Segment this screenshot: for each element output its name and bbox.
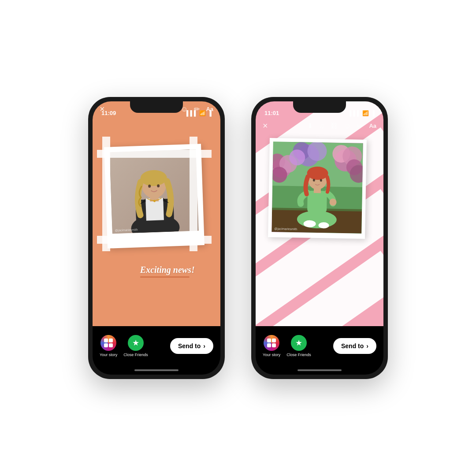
- signal-icon-2: ▌▌▌: [350, 110, 361, 116]
- svg-rect-11: [104, 338, 108, 342]
- phone-2-inner: 11:01 ▌▌▌ 📶 ▐ × ⬇ ♫ ⛓ ☺ ✏: [256, 101, 383, 375]
- instagram-grid-icon-1: [104, 338, 113, 348]
- person-illustration-1: [109, 149, 198, 234]
- home-indicator-bar-2: [298, 369, 342, 371]
- status-icons-2: ▌▌▌ 📶 ▐: [350, 110, 375, 116]
- tape-right-1: [190, 137, 197, 251]
- text-icon-2[interactable]: Aa: [369, 123, 376, 129]
- photo-label-2: @jacimariesmith: [274, 227, 297, 231]
- svg-rect-41: [267, 338, 271, 342]
- story-area-2: 11:01 ▌▌▌ 📶 ▐ × ⬇ ♫ ⛓ ☺ ✏: [256, 101, 383, 326]
- emoji-icon-2[interactable]: ☺: [344, 122, 351, 130]
- story-options-2: Your story ★ Close Friends: [263, 335, 333, 357]
- your-story-option-2[interactable]: Your story: [263, 335, 280, 357]
- close-friends-label-2: Close Friends: [286, 353, 311, 357]
- bottom-bar-2: Your story ★ Close Friends Send to ›: [256, 326, 383, 366]
- music-icon-2[interactable]: ♫: [319, 122, 324, 130]
- svg-rect-43: [267, 343, 271, 347]
- send-to-button-2[interactable]: Send to ›: [333, 338, 376, 354]
- your-story-label-2: Your story: [263, 353, 280, 357]
- toolbar-2: × ⬇ ♫ ⛓ ☺ ✏ Aa: [256, 121, 383, 131]
- your-story-icon-1: [100, 335, 116, 351]
- close-friends-icon-2: ★: [291, 335, 307, 351]
- your-story-label-1: Your story: [100, 353, 117, 357]
- send-to-button-1[interactable]: Send to ›: [170, 338, 213, 354]
- close-icon-1[interactable]: ×: [100, 104, 105, 114]
- svg-rect-14: [109, 343, 113, 347]
- send-to-label-2: Send to: [341, 342, 364, 350]
- phone-1: 11:09 ▌▌▌ 📶 ▐ × ⬇ ♫ ⛓ ☺ ✏: [88, 97, 225, 379]
- notch-1: [130, 101, 183, 113]
- toolbar-actions-2: ⬇ ♫ ⛓ ☺ ✏ Aa: [307, 122, 376, 130]
- wifi-icon-2: 📶: [362, 110, 369, 116]
- time-2: 11:01: [264, 110, 279, 116]
- close-friends-option-1[interactable]: ★ Close Friends: [123, 335, 148, 357]
- svg-rect-44: [272, 343, 276, 347]
- exciting-news-text: Exciting news!: [140, 265, 195, 275]
- svg-rect-12: [109, 338, 113, 342]
- polaroid-frame-2: @jacimariesmith: [268, 138, 367, 239]
- phone2-background: 11:01 ▌▌▌ 📶 ▐ × ⬇ ♫ ⛓ ☺ ✏: [256, 101, 383, 326]
- exciting-news-container: Exciting news!: [140, 265, 195, 278]
- story-area-1: 11:09 ▌▌▌ 📶 ▐ × ⬇ ♫ ⛓ ☺ ✏: [93, 101, 220, 326]
- polaroid-photo-1: @jacimariesmith: [109, 149, 198, 234]
- download-icon-2[interactable]: ⬇: [307, 122, 313, 130]
- brush-icon-1[interactable]: ✏: [194, 105, 200, 113]
- send-to-arrow-2: ›: [366, 342, 368, 350]
- link-icon-2[interactable]: ⛓: [331, 122, 338, 130]
- your-story-icon-2: [264, 335, 279, 351]
- polaroid-photo-2: @jacimariesmith: [271, 141, 363, 234]
- send-to-arrow-1: ›: [203, 342, 205, 350]
- tape-left-1: [102, 137, 110, 251]
- home-indicator-2: [256, 366, 383, 375]
- svg-rect-42: [272, 338, 276, 342]
- status-bar-2: 11:01 ▌▌▌ 📶 ▐: [256, 101, 383, 118]
- svg-rect-13: [104, 343, 108, 347]
- send-to-label-1: Send to: [178, 342, 201, 350]
- close-friends-option-2[interactable]: ★ Close Friends: [286, 335, 311, 357]
- story-options-1: Your story ★ Close Friends: [100, 335, 170, 357]
- exciting-news-underline: [140, 276, 190, 278]
- close-friends-icon-1: ★: [128, 335, 144, 351]
- battery-icon-2: ▐: [371, 110, 375, 116]
- bottom-bar-1: Your story ★ Close Friends Send to ›: [93, 326, 220, 366]
- phone1-background: 11:09 ▌▌▌ 📶 ▐ × ⬇ ♫ ⛓ ☺ ✏: [93, 101, 220, 326]
- home-indicator-bar-1: [134, 369, 178, 371]
- your-story-option-1[interactable]: Your story: [100, 335, 117, 357]
- close-icon-2[interactable]: ×: [263, 121, 268, 131]
- instagram-grid-icon-2: [267, 338, 276, 348]
- text-icon-1[interactable]: Aa: [206, 106, 213, 112]
- brush-icon-2[interactable]: ✏: [357, 122, 363, 130]
- close-friends-label-1: Close Friends: [123, 353, 148, 357]
- person-illustration-2: [271, 141, 363, 234]
- phone-1-inner: 11:09 ▌▌▌ 📶 ▐ × ⬇ ♫ ⛓ ☺ ✏: [93, 101, 220, 375]
- home-indicator-1: [93, 366, 220, 375]
- phone-2: 11:01 ▌▌▌ 📶 ▐ × ⬇ ♫ ⛓ ☺ ✏: [251, 97, 388, 379]
